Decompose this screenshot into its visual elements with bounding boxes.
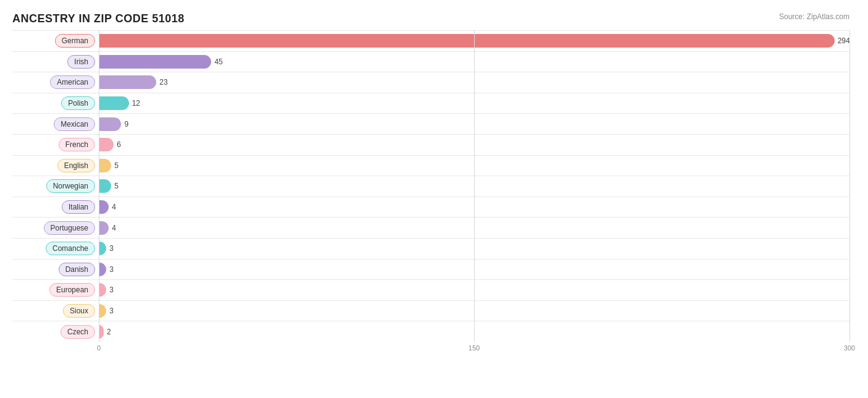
bar-row: Norwegian5 <box>12 176 849 197</box>
bar-label: Comanche <box>46 242 95 255</box>
bar-row: American23 <box>12 72 849 93</box>
bar-value-label: 4 <box>112 203 116 211</box>
bar-section: 23 <box>99 74 849 91</box>
label-area: Polish <box>12 96 99 110</box>
bar-section: 12 <box>99 95 849 112</box>
bar-row: Sioux3 <box>12 300 849 321</box>
x-tick-label: 150 <box>469 344 480 352</box>
label-area: European <box>12 283 99 297</box>
bar-section: 6 <box>99 136 849 154</box>
bar-value-label: 294 <box>838 36 850 45</box>
bar-value-label: 2 <box>107 328 111 336</box>
bar-value-label: 6 <box>117 140 121 149</box>
bar-row: German294 <box>12 30 849 51</box>
bar-section: 4 <box>99 219 849 237</box>
chart-area: German294Irish45American23Polish12Mexica… <box>12 30 849 354</box>
bar-value-label: 3 <box>109 286 114 294</box>
bar-value-label: 12 <box>132 99 140 108</box>
grid-line <box>849 30 850 342</box>
label-area: English <box>12 159 99 172</box>
label-area: Norwegian <box>12 179 99 193</box>
label-area: American <box>12 75 99 89</box>
chart-container: ANCESTRY IN ZIP CODE 51018 Source: ZipAt… <box>0 0 868 398</box>
bar-label: Sioux <box>63 304 95 318</box>
bar-row: Portuguese4 <box>12 217 849 238</box>
bar-fill: 9 <box>99 117 121 131</box>
label-area: Sioux <box>12 304 99 318</box>
bar-fill: 294 <box>99 34 835 48</box>
bar-section: 5 <box>99 177 849 195</box>
chart-title: ANCESTRY IN ZIP CODE 51018 <box>12 12 849 25</box>
bar-label: Portuguese <box>44 221 95 235</box>
bar-value-label: 5 <box>114 161 119 170</box>
label-area: Danish <box>12 263 99 276</box>
bar-fill: 45 <box>99 55 211 69</box>
bar-row: French6 <box>12 134 849 155</box>
bar-section: 3 <box>99 281 849 299</box>
x-tick-label: 0 <box>97 344 101 352</box>
bar-label: Italian <box>62 200 95 214</box>
bar-label: Czech <box>61 325 95 339</box>
bar-fill: 3 <box>99 304 106 318</box>
label-area: Mexican <box>12 117 99 131</box>
bar-section: 3 <box>99 302 849 320</box>
label-area: Portuguese <box>12 221 99 235</box>
bar-label: Polish <box>61 96 95 110</box>
bar-row: Italian4 <box>12 197 849 218</box>
bar-row: European3 <box>12 279 849 300</box>
bar-value-label: 3 <box>109 244 114 253</box>
bar-row: Mexican9 <box>12 113 849 134</box>
bar-label: English <box>57 159 95 172</box>
bar-section: 5 <box>99 157 849 175</box>
bar-section: 2 <box>99 323 849 341</box>
rows-area: German294Irish45American23Polish12Mexica… <box>12 30 849 342</box>
x-tick-label: 300 <box>844 344 855 352</box>
bar-value-label: 3 <box>109 265 114 274</box>
label-area: Comanche <box>12 242 99 255</box>
bar-value-label: 5 <box>114 182 119 190</box>
bar-row: Polish12 <box>12 93 849 114</box>
label-area: Italian <box>12 200 99 214</box>
bar-value-label: 3 <box>109 307 114 315</box>
bar-fill: 4 <box>99 221 109 235</box>
bar-row: Danish3 <box>12 259 849 280</box>
label-area: German <box>12 34 99 48</box>
bar-label: European <box>49 283 95 297</box>
bar-label: Mexican <box>54 117 95 131</box>
bar-row: Comanche3 <box>12 238 849 259</box>
bar-fill: 3 <box>99 263 106 276</box>
label-area: Irish <box>12 55 99 69</box>
bar-fill: 5 <box>99 159 111 172</box>
bar-section: 3 <box>99 240 849 258</box>
bar-label: Danish <box>59 263 95 276</box>
bar-fill: 3 <box>99 242 106 255</box>
bar-fill: 6 <box>99 138 114 151</box>
bar-row: Czech2 <box>12 321 849 342</box>
bar-section: 9 <box>99 115 849 133</box>
bar-label: French <box>59 138 95 151</box>
x-axis: 0150300 <box>99 342 849 354</box>
bar-section: 4 <box>99 198 849 216</box>
bar-label: Norwegian <box>46 179 95 193</box>
bar-fill: 4 <box>99 200 109 214</box>
bar-fill: 12 <box>99 96 129 110</box>
bar-value-label: 23 <box>159 78 167 87</box>
bar-row: English5 <box>12 155 849 176</box>
label-area: Czech <box>12 325 99 339</box>
source-text: Source: ZipAtlas.com <box>779 12 849 21</box>
bar-value-label: 4 <box>112 224 116 232</box>
bar-fill: 3 <box>99 283 106 297</box>
bar-fill: 2 <box>99 325 104 339</box>
bar-section: 45 <box>99 53 849 71</box>
bar-label: American <box>50 75 95 89</box>
bar-fill: 5 <box>99 179 111 193</box>
bar-fill: 23 <box>99 75 156 89</box>
bar-label: Irish <box>67 55 95 69</box>
bar-value-label: 9 <box>124 120 128 129</box>
label-area: French <box>12 138 99 151</box>
bar-label: German <box>55 34 95 48</box>
bar-row: Irish45 <box>12 51 849 72</box>
bar-section: 294 <box>99 32 849 50</box>
bar-section: 3 <box>99 261 849 279</box>
bar-value-label: 45 <box>214 57 222 66</box>
